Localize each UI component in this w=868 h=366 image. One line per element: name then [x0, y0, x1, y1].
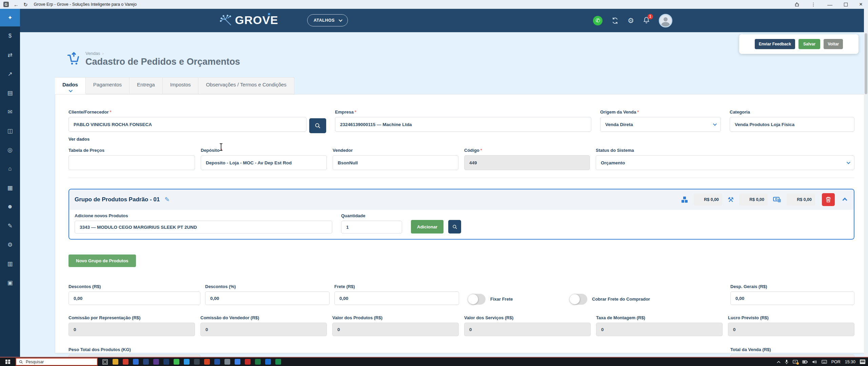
keyboard-icon[interactable]: [822, 360, 827, 364]
notifications[interactable]: 1: [643, 16, 650, 25]
tab-pagamentos[interactable]: Pagamentos: [86, 77, 130, 94]
cliente-fornecedor-input[interactable]: [68, 117, 307, 132]
gear-icon[interactable]: ⚙: [628, 17, 634, 24]
edit-icon[interactable]: ✎: [164, 196, 170, 203]
taskbar-search[interactable]: Pesquisar: [16, 358, 98, 366]
sidebar-item-documentos[interactable]: ✎: [0, 216, 20, 235]
origem-venda-select[interactable]: Venda Direta: [600, 117, 721, 132]
sidebar-item-tarefas[interactable]: ▣: [0, 273, 20, 292]
taskbar-app-word[interactable]: [214, 359, 220, 365]
main-content: Enviar Feedback Salvar Voltar Vendas› Ca…: [20, 32, 864, 357]
taskbar-app-crimson[interactable]: [245, 359, 251, 365]
tab-entrega[interactable]: Entrega: [130, 77, 163, 94]
taskbar-app-gray[interactable]: [224, 359, 230, 365]
sidebar-item-vendas[interactable]: ↗: [0, 64, 20, 83]
add-product-input[interactable]: [75, 221, 332, 233]
vendedor-input[interactable]: [333, 155, 458, 170]
display-sync-icon[interactable]: [793, 360, 798, 364]
minimize-icon[interactable]: —: [827, 2, 832, 7]
enviar-feedback-button[interactable]: Enviar Feedback: [755, 39, 795, 49]
ver-dados-link[interactable]: Ver dados: [68, 137, 90, 142]
taskbar-app-red[interactable]: [123, 359, 129, 365]
tab-observacoes[interactable]: Observações / Termos e Condições: [198, 77, 294, 94]
back-icon[interactable]: ←: [14, 2, 19, 7]
delete-group-button[interactable]: [822, 193, 835, 206]
deposito-input[interactable]: [201, 155, 327, 170]
taskbar-app-excel[interactable]: [255, 359, 261, 365]
taskbar-app-file-explorer[interactable]: [113, 359, 118, 365]
salvar-button[interactable]: Salvar: [798, 39, 820, 49]
taskbar-app-powerpoint[interactable]: [204, 359, 210, 365]
search-icon: [19, 360, 23, 364]
atalhos-button[interactable]: ATALHOS: [307, 14, 348, 26]
task-view-icon[interactable]: [102, 359, 108, 365]
cliente-fornecedor-field: Cliente/Fornecedor*: [68, 109, 307, 133]
language-indicator[interactable]: POR: [831, 360, 841, 364]
speaker-icon[interactable]: [812, 360, 817, 364]
status-sistema-select[interactable]: Orçamento: [596, 155, 854, 170]
taskbar-app-darkblue[interactable]: [163, 359, 169, 365]
hidden-icons-chevron[interactable]: [777, 361, 781, 363]
taskbar-app-navy[interactable]: [143, 359, 149, 365]
categoria-input[interactable]: [730, 117, 854, 132]
refresh-icon[interactable]: ↻: [23, 2, 28, 7]
taskbar: Pesquisar: [0, 357, 868, 366]
voltar-button[interactable]: Voltar: [824, 39, 843, 49]
taskbar-app-blue[interactable]: [133, 359, 139, 365]
breadcrumb[interactable]: Vendas›: [85, 51, 240, 56]
cobrar-frete-toggle[interactable]: [570, 294, 587, 305]
sidebar-item-relatorios[interactable]: ▥: [0, 254, 20, 273]
sidebar-item-dashboard[interactable]: ✦: [0, 9, 20, 26]
cliente-search-button[interactable]: [309, 118, 326, 133]
adicionar-button[interactable]: Adicionar: [411, 220, 443, 233]
taskbar-app-whatsapp[interactable]: [174, 359, 179, 365]
taskbar-app-sheets[interactable]: [275, 359, 281, 365]
collapse-group-icon[interactable]: [844, 197, 847, 203]
taskbar-app-chrome[interactable]: [235, 359, 240, 365]
taskbar-app-blue2[interactable]: [265, 359, 271, 365]
sidebar-item-pdv[interactable]: ▦: [0, 178, 20, 197]
fixar-frete-toggle[interactable]: [468, 294, 486, 305]
whatsapp-icon[interactable]: ✆: [593, 16, 603, 25]
sidebar-item-compras[interactable]: ▤: [0, 83, 20, 102]
extensions-icon[interactable]: [794, 2, 800, 7]
browser-menu-icon[interactable]: ⋮: [811, 2, 816, 7]
categoria-field: Categoria: [730, 109, 854, 133]
scrollbar-thumb[interactable]: [865, 33, 867, 94]
sidebar-item-caixa[interactable]: ◎: [0, 140, 20, 159]
product-group: Grupo de Produtos Padrão - 01 ✎ R$ 0,00 …: [68, 189, 854, 240]
product-search-button[interactable]: [448, 220, 461, 233]
tab-impostos[interactable]: Impostos: [163, 77, 199, 94]
avatar[interactable]: [659, 14, 672, 27]
app-header: GROVE ATALHOS ✆ ⚙ 1: [20, 9, 864, 32]
sidebar-item-notas[interactable]: ✉: [0, 102, 20, 121]
tab-dados[interactable]: Dados: [55, 77, 86, 94]
taskbar-app-dark[interactable]: [194, 359, 200, 365]
sync-icon[interactable]: [611, 17, 619, 24]
scrollbar[interactable]: [864, 9, 868, 357]
quantidade-input[interactable]: [341, 221, 402, 233]
empresa-input[interactable]: [335, 117, 591, 132]
maximize-icon[interactable]: [844, 3, 848, 6]
microphone-icon[interactable]: [785, 360, 788, 364]
system-tray: POR 15:30: [777, 360, 868, 364]
novo-grupo-button[interactable]: Novo Grupo de Produtos: [68, 255, 136, 267]
sidebar-item-transferencias[interactable]: ⇄: [0, 45, 20, 64]
clock[interactable]: 15:30: [845, 360, 855, 364]
taskbar-app-purple[interactable]: [153, 359, 159, 365]
descontos-rs-input[interactable]: [68, 291, 200, 305]
sidebar-item-financeiro[interactable]: $: [0, 26, 20, 45]
sidebar-item-estoque[interactable]: ◫: [0, 121, 20, 140]
frete-input[interactable]: [334, 291, 459, 305]
sidebar-item-loja[interactable]: ⌂: [0, 159, 20, 178]
sidebar-item-configuracoes[interactable]: ⚙: [0, 235, 20, 254]
taskbar-app-skyblue[interactable]: [184, 359, 190, 365]
start-button[interactable]: [0, 358, 16, 366]
action-center-icon[interactable]: [860, 360, 865, 364]
tabela-precos-input[interactable]: [68, 155, 195, 170]
sidebar-item-clientes[interactable]: ☻: [0, 197, 20, 216]
desp-gerais-input[interactable]: [730, 291, 854, 305]
close-icon[interactable]: ×: [859, 1, 863, 8]
descontos-pct-input[interactable]: [205, 291, 330, 305]
battery-icon[interactable]: [802, 360, 808, 364]
